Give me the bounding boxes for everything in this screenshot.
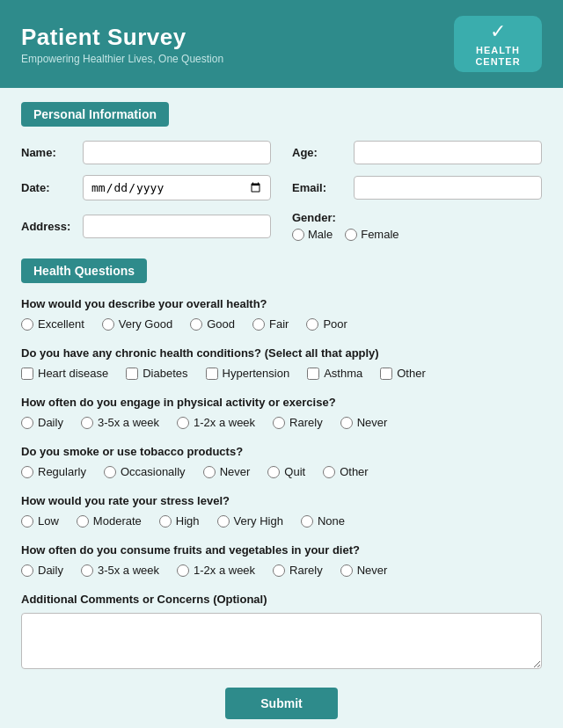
diet-option-3[interactable]: Rarely <box>273 564 323 577</box>
tobacco-option-4[interactable]: Other <box>323 465 369 478</box>
diet-option-0[interactable]: Daily <box>21 564 63 577</box>
stress-option-1[interactable]: Moderate <box>77 514 142 528</box>
physical_activity-option-3[interactable]: Rarely <box>273 416 323 429</box>
tobacco-radio-1[interactable] <box>104 466 116 478</box>
physical_activity-option-4[interactable]: Never <box>340 416 388 429</box>
tobacco-option-3[interactable]: Quit <box>267 465 305 478</box>
diet-option-label-0: Daily <box>38 564 63 577</box>
chronic_conditions-option-label-0: Heart disease <box>38 367 108 380</box>
stress-option-4[interactable]: None <box>301 514 345 528</box>
stress-radio-0[interactable] <box>21 515 33 528</box>
gender-female-option[interactable]: Female <box>345 228 398 241</box>
question-label-overall_health: How would you describe your overall heal… <box>21 297 542 310</box>
chronic_conditions-checkbox-0[interactable] <box>21 368 33 380</box>
chronic_conditions-option-2[interactable]: Hypertension <box>206 367 290 380</box>
physical_activity-radio-3[interactable] <box>273 417 285 429</box>
physical_activity-radio-4[interactable] <box>340 417 353 429</box>
submit-button[interactable]: Submit <box>225 688 337 719</box>
overall_health-radio-2[interactable] <box>190 318 202 331</box>
logo-box: ✓ HEALTHCENTER <box>454 16 542 72</box>
radio-group-overall_health: ExcellentVery GoodGoodFairPoor <box>21 317 542 331</box>
physical_activity-option-1[interactable]: 3-5x a week <box>81 416 159 429</box>
overall_health-radio-1[interactable] <box>102 318 114 331</box>
chronic_conditions-checkbox-4[interactable] <box>380 368 392 380</box>
chronic_conditions-option-label-4: Other <box>397 367 426 380</box>
tobacco-radio-2[interactable] <box>203 466 216 478</box>
stress-radio-1[interactable] <box>77 515 89 528</box>
stress-radio-2[interactable] <box>159 515 172 528</box>
gender-label: Gender: <box>292 211 542 224</box>
gender-male-radio[interactable] <box>292 229 304 241</box>
checkbox-group-chronic_conditions: Heart diseaseDiabetesHypertensionAsthmaO… <box>21 367 542 380</box>
diet-radio-0[interactable] <box>21 564 33 577</box>
chronic_conditions-option-4[interactable]: Other <box>380 367 426 380</box>
overall_health-option-4[interactable]: Poor <box>306 317 347 331</box>
chronic_conditions-option-0[interactable]: Heart disease <box>21 367 108 380</box>
chronic_conditions-checkbox-1[interactable] <box>126 368 138 380</box>
tobacco-option-1[interactable]: Occasionally <box>104 465 186 478</box>
stress-radio-4[interactable] <box>301 515 313 528</box>
diet-option-1[interactable]: 3-5x a week <box>81 564 159 577</box>
overall_health-option-2[interactable]: Good <box>190 317 235 331</box>
tobacco-option-label-3: Quit <box>284 465 305 478</box>
age-input[interactable] <box>354 141 542 164</box>
stress-option-label-2: High <box>176 514 200 528</box>
overall_health-radio-3[interactable] <box>252 318 265 331</box>
chronic_conditions-option-3[interactable]: Asthma <box>307 367 362 380</box>
diet-radio-4[interactable] <box>340 564 353 577</box>
tobacco-radio-3[interactable] <box>267 466 280 478</box>
overall_health-option-3[interactable]: Fair <box>252 317 289 331</box>
header: Patient Survey Empowering Healthier Live… <box>0 0 563 88</box>
physical_activity-radio-0[interactable] <box>21 417 33 429</box>
diet-radio-1[interactable] <box>81 564 93 577</box>
chronic_conditions-checkbox-3[interactable] <box>307 368 319 380</box>
email-input[interactable] <box>354 176 542 200</box>
question-block-chronic_conditions: Do you have any chronic health condition… <box>21 346 542 380</box>
question-block-physical_activity: How often do you engage in physical acti… <box>21 396 542 429</box>
diet-option-2[interactable]: 1-2x a week <box>177 564 255 577</box>
diet-radio-2[interactable] <box>177 564 189 577</box>
stress-option-0[interactable]: Low <box>21 514 59 528</box>
date-input[interactable] <box>83 175 271 200</box>
gender-male-option[interactable]: Male <box>292 228 333 241</box>
tobacco-radio-0[interactable] <box>21 466 33 478</box>
overall_health-option-0[interactable]: Excellent <box>21 317 84 331</box>
overall_health-radio-0[interactable] <box>21 318 33 331</box>
tobacco-option-2[interactable]: Never <box>203 465 251 478</box>
question-label-tobacco: Do you smoke or use tobacco products? <box>21 445 542 458</box>
gender-female-radio[interactable] <box>345 229 357 241</box>
address-input[interactable] <box>83 215 271 238</box>
stress-radio-3[interactable] <box>217 515 230 528</box>
overall_health-radio-4[interactable] <box>306 318 318 331</box>
additional-comments-input[interactable] <box>21 613 542 669</box>
stress-option-2[interactable]: High <box>159 514 200 528</box>
diet-option-label-4: Never <box>357 564 388 577</box>
question-block-tobacco: Do you smoke or use tobacco products?Reg… <box>21 445 542 478</box>
overall_health-option-label-0: Excellent <box>38 317 84 331</box>
stress-option-3[interactable]: Very High <box>217 514 283 528</box>
chronic_conditions-option-label-2: Hypertension <box>223 367 290 380</box>
stress-option-label-1: Moderate <box>93 514 142 528</box>
chronic_conditions-option-1[interactable]: Diabetes <box>126 367 187 380</box>
header-left: Patient Survey Empowering Healthier Live… <box>21 24 223 65</box>
physical_activity-radio-2[interactable] <box>177 417 189 429</box>
question-block-diet: How often do you consume fruits and vege… <box>21 543 542 577</box>
physical_activity-option-2[interactable]: 1-2x a week <box>177 416 255 429</box>
overall_health-option-label-1: Very Good <box>119 317 172 331</box>
submit-row: Submit <box>21 688 542 719</box>
chronic_conditions-checkbox-2[interactable] <box>206 368 218 380</box>
overall_health-option-label-2: Good <box>207 317 235 331</box>
diet-radio-3[interactable] <box>273 564 285 577</box>
page-title: Patient Survey <box>21 24 223 51</box>
overall_health-option-1[interactable]: Very Good <box>102 317 172 331</box>
date-row: Date: <box>21 175 271 200</box>
physical_activity-radio-1[interactable] <box>81 417 93 429</box>
name-input[interactable] <box>83 141 271 164</box>
email-row: Email: <box>292 175 542 200</box>
diet-option-4[interactable]: Never <box>340 564 388 577</box>
tobacco-option-0[interactable]: Regularly <box>21 465 86 478</box>
stress-option-label-4: None <box>318 514 345 528</box>
physical_activity-option-0[interactable]: Daily <box>21 416 63 429</box>
physical_activity-option-label-4: Never <box>357 416 388 429</box>
tobacco-radio-4[interactable] <box>323 466 335 478</box>
